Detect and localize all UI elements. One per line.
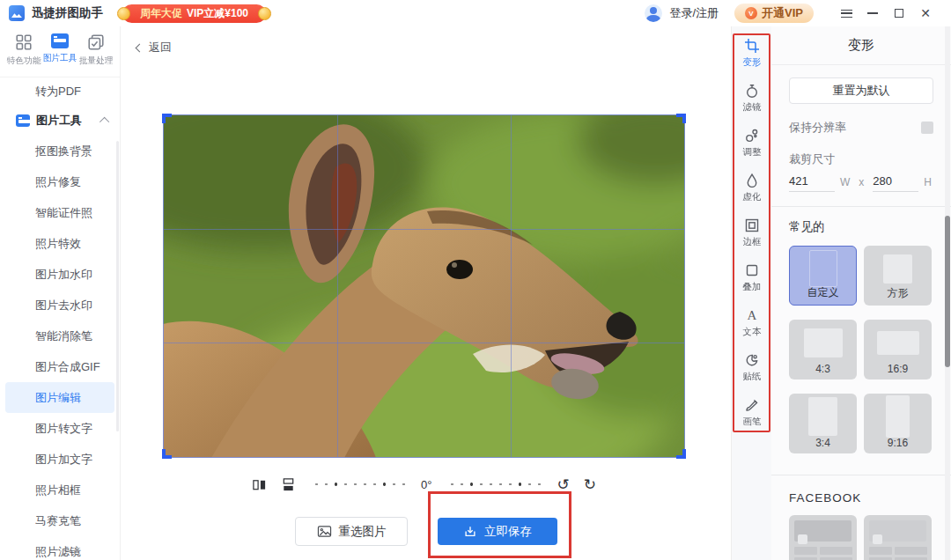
common-presets-label: 常见的	[789, 219, 933, 235]
height-input[interactable]: 280	[873, 174, 918, 192]
preset-4-3[interactable]: 4:3	[789, 320, 857, 379]
open-vip-button[interactable]: V 开通VIP	[734, 4, 814, 23]
brush-icon	[744, 397, 760, 413]
login-register-link[interactable]: 登录/注册	[669, 5, 719, 21]
toolbar-item-overlay[interactable]: 叠加	[742, 262, 762, 293]
app-logo-icon	[9, 5, 25, 21]
preset-9-16[interactable]: 9:16	[864, 394, 932, 453]
crop-overlay[interactable]	[163, 114, 685, 458]
minimize-button[interactable]	[859, 3, 886, 24]
toolbar-item-label: 变形	[742, 55, 761, 68]
svg-text:A: A	[747, 308, 756, 322]
user-avatar[interactable]	[645, 4, 662, 22]
crop-handle-bottom-right[interactable]	[676, 449, 686, 459]
crop-handle-top-left[interactable]	[162, 114, 172, 123]
sidebar-item-image-edit[interactable]: 图片编辑	[5, 382, 114, 413]
preset-shape	[886, 395, 910, 438]
sidebar-item[interactable]: 抠图换背景	[0, 136, 120, 166]
crop-handle-top-right[interactable]	[676, 114, 686, 123]
sidebar-item[interactable]: 智能消除笔	[0, 321, 120, 351]
sidebar-item[interactable]: 图片去水印	[0, 290, 120, 321]
vip-label: 开通VIP	[762, 5, 803, 21]
overlay-icon	[744, 262, 760, 278]
sidebar-item-to-pdf[interactable]: 转为PDF	[0, 77, 120, 106]
save-now-button[interactable]: 立即保存	[438, 518, 557, 545]
preset-16-9[interactable]: 16:9	[864, 320, 932, 379]
crop-dimensions: 421 W x 280 H	[789, 174, 933, 192]
preset-custom[interactable]: 自定义	[789, 246, 857, 306]
sidebar-tabs: 特色功能 图片工具 批量处理	[0, 26, 120, 77]
rotation-dial-left[interactable]	[310, 482, 407, 487]
preset-3-4[interactable]: 3:4	[789, 394, 857, 453]
flip-vertical-button[interactable]	[281, 477, 296, 492]
sidebar-item[interactable]: 图片转文字	[0, 413, 120, 444]
sidebar-item[interactable]: 马赛克笔	[0, 505, 120, 536]
transform-panel: 变形 重置为默认 保持分辨率 裁剪尺寸 421 W x 280 H 常见的 自定…	[771, 26, 951, 560]
facebook-template-tile[interactable]	[789, 515, 857, 560]
facebook-template-tile[interactable]	[864, 515, 932, 560]
minimize-icon	[867, 12, 878, 14]
sidebar-scrollbar[interactable]	[116, 141, 119, 431]
tab-image-tools[interactable]: 图片工具	[43, 33, 77, 77]
sidebar-item[interactable]: 图片合成GIF	[0, 351, 120, 382]
maximize-button[interactable]	[886, 3, 912, 24]
tab-label: 批量处理	[79, 55, 114, 67]
toolbar-item-text[interactable]: A 文本	[742, 307, 762, 338]
tab-label: 特色功能	[7, 55, 41, 67]
crop-canvas[interactable]	[163, 114, 685, 458]
rotate-cw-button[interactable]: ↻	[584, 477, 596, 492]
sidebar-item[interactable]: 照片修复	[0, 166, 120, 197]
toolbar-item-brush[interactable]: 画笔	[742, 397, 762, 428]
toolbar-item-label: 边框	[742, 235, 761, 247]
toolbar-item-filter[interactable]: 滤镜	[742, 83, 762, 114]
image-tools-icon	[51, 33, 69, 48]
reset-default-button[interactable]: 重置为默认	[789, 77, 933, 104]
chevron-up-icon	[100, 117, 109, 127]
facebook-section-label: FACEBOOK	[789, 491, 933, 505]
preset-label: 4:3	[789, 363, 857, 375]
batch-check-icon	[87, 33, 105, 51]
reselect-label: 重选图片	[339, 524, 387, 540]
template-rows	[794, 547, 851, 560]
toolbar-item-blur[interactable]: 虚化	[742, 173, 762, 203]
panel-scrollbar[interactable]	[945, 26, 950, 560]
tab-batch[interactable]: 批量处理	[79, 33, 113, 77]
height-unit: H	[924, 176, 932, 192]
sidebar-group-image-tools[interactable]: 图片工具	[0, 106, 120, 136]
preset-shape	[809, 250, 837, 287]
preset-label: 16:9	[864, 363, 932, 375]
tab-featured[interactable]: 特色功能	[7, 33, 41, 77]
width-input[interactable]: 421	[789, 174, 835, 192]
sidebar-item[interactable]: 照片特效	[0, 228, 120, 259]
sidebar-item[interactable]: 照片滤镜	[0, 536, 120, 560]
toolbar-item-border[interactable]: 边框	[742, 217, 762, 248]
toolbar-item-label: 虚化	[742, 190, 761, 203]
crop-handle-bottom-left[interactable]	[162, 449, 172, 459]
promo-text-1: 周年大促	[140, 6, 182, 21]
panel-scrollbar-thumb[interactable]	[945, 216, 950, 367]
flip-horizontal-button[interactable]	[252, 477, 267, 492]
reselect-image-button[interactable]: 重选图片	[295, 517, 408, 546]
sidebar-item[interactable]: 照片相框	[0, 475, 120, 505]
toolbar-item-transform[interactable]: 变形	[742, 38, 762, 69]
preset-square[interactable]: 方形	[864, 246, 932, 306]
close-button[interactable]: ✕	[912, 3, 939, 24]
panel-title: 变形	[771, 26, 951, 65]
menu-button[interactable]	[833, 3, 859, 24]
toolbar-item-sticker[interactable]: 贴纸	[742, 352, 762, 383]
sidebar-item[interactable]: 图片加水印	[0, 259, 120, 290]
transform-controls: 0° ↺ ↻	[163, 470, 685, 498]
flip-horizontal-icon	[252, 477, 267, 492]
rotation-dial-right[interactable]	[446, 482, 542, 487]
sidebar-item[interactable]: 图片加文字	[0, 444, 120, 475]
crop-icon	[744, 38, 760, 54]
hamburger-icon	[841, 10, 852, 18]
keep-resolution-checkbox[interactable]	[921, 122, 933, 134]
rotate-ccw-button[interactable]: ↺	[557, 477, 569, 492]
frame-icon	[744, 217, 760, 233]
toolbar-item-adjust[interactable]: 调整	[742, 128, 762, 158]
back-button[interactable]: 返回	[136, 40, 172, 55]
sidebar-item[interactable]: 智能证件照	[0, 197, 120, 228]
coin-icon	[258, 7, 271, 20]
promo-banner[interactable]: 周年大促 VIP立减¥100	[122, 4, 266, 23]
